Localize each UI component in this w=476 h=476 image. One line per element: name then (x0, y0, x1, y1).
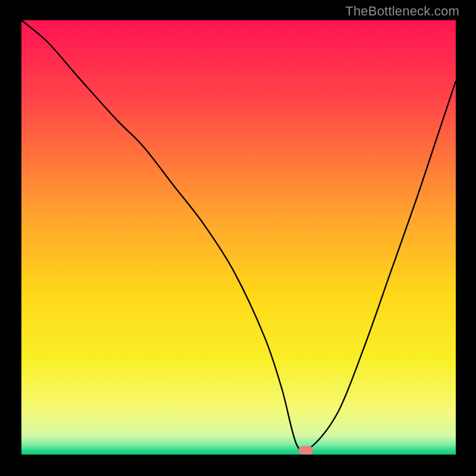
plot-area (21, 20, 456, 455)
watermark-text: TheBottleneck.com (345, 4, 459, 19)
bottleneck-curve (21, 20, 456, 452)
optimal-point-marker (299, 446, 314, 455)
curve-layer (21, 20, 456, 455)
chart-stage: TheBottleneck.com (0, 0, 476, 476)
